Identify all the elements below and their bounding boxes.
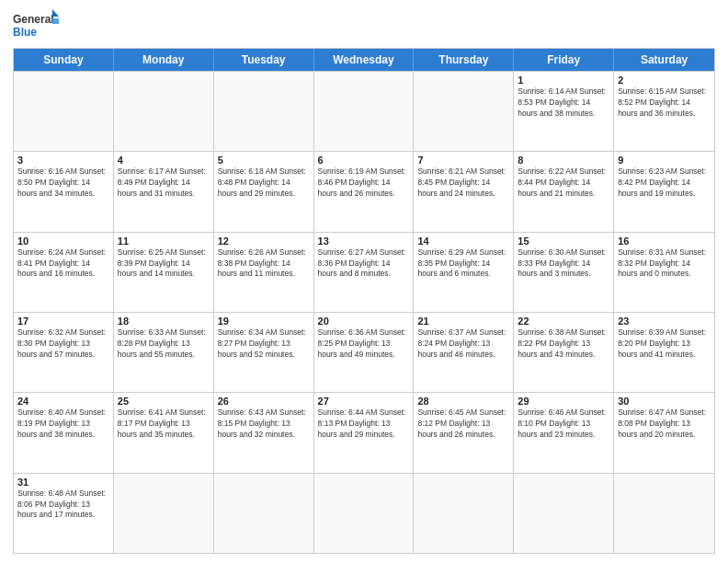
day-cell-empty <box>314 474 415 553</box>
day-cell-empty <box>114 474 214 553</box>
day-cell-empty <box>214 474 314 553</box>
day-cell-20: 20Sunrise: 6:36 AM Sunset: 8:25 PM Dayli… <box>314 313 415 392</box>
day-cell-12: 12Sunrise: 6:26 AM Sunset: 8:38 PM Dayli… <box>214 233 314 312</box>
day-cell-empty <box>414 72 514 151</box>
day-info: Sunrise: 6:46 AM Sunset: 8:10 PM Dayligh… <box>518 408 609 441</box>
day-cell-25: 25Sunrise: 6:41 AM Sunset: 8:17 PM Dayli… <box>114 393 214 472</box>
day-cell-13: 13Sunrise: 6:27 AM Sunset: 8:36 PM Dayli… <box>314 233 415 312</box>
day-cell-2: 2Sunrise: 6:15 AM Sunset: 8:52 PM Daylig… <box>614 72 714 151</box>
day-number: 1 <box>518 75 609 86</box>
calendar-week-4: 24Sunrise: 6:40 AM Sunset: 8:19 PM Dayli… <box>14 392 714 472</box>
day-info: Sunrise: 6:17 AM Sunset: 8:49 PM Dayligh… <box>118 167 210 200</box>
day-cell-22: 22Sunrise: 6:38 AM Sunset: 8:22 PM Dayli… <box>514 313 614 392</box>
day-number: 3 <box>17 155 109 166</box>
day-cell-18: 18Sunrise: 6:33 AM Sunset: 8:28 PM Dayli… <box>114 313 214 392</box>
day-info: Sunrise: 6:39 AM Sunset: 8:20 PM Dayligh… <box>618 327 711 361</box>
calendar-header-row: SundayMondayTuesdayWednesdayThursdayFrid… <box>14 49 714 71</box>
day-header-monday: Monday <box>114 49 214 71</box>
day-info: Sunrise: 6:48 AM Sunset: 8:06 PM Dayligh… <box>17 488 109 522</box>
logo-svg: General Blue <box>13 9 59 42</box>
day-info: Sunrise: 6:32 AM Sunset: 8:30 PM Dayligh… <box>17 327 109 361</box>
day-header-wednesday: Wednesday <box>314 49 415 71</box>
calendar-week-5: 31Sunrise: 6:48 AM Sunset: 8:06 PM Dayli… <box>14 473 714 553</box>
day-number: 19 <box>218 316 310 327</box>
day-cell-23: 23Sunrise: 6:39 AM Sunset: 8:20 PM Dayli… <box>614 313 714 392</box>
day-cell-5: 5Sunrise: 6:18 AM Sunset: 8:48 PM Daylig… <box>214 152 314 231</box>
day-info: Sunrise: 6:24 AM Sunset: 8:41 PM Dayligh… <box>17 247 109 281</box>
day-info: Sunrise: 6:47 AM Sunset: 8:08 PM Dayligh… <box>618 408 711 441</box>
day-number: 18 <box>118 316 210 327</box>
day-cell-1: 1Sunrise: 6:14 AM Sunset: 8:53 PM Daylig… <box>514 72 614 151</box>
day-info: Sunrise: 6:40 AM Sunset: 8:19 PM Dayligh… <box>17 408 109 441</box>
day-header-tuesday: Tuesday <box>214 49 314 71</box>
day-cell-17: 17Sunrise: 6:32 AM Sunset: 8:30 PM Dayli… <box>14 313 114 392</box>
day-info: Sunrise: 6:19 AM Sunset: 8:46 PM Dayligh… <box>318 167 410 200</box>
day-number: 30 <box>618 396 711 407</box>
calendar: SundayMondayTuesdayWednesdayThursdayFrid… <box>13 48 715 554</box>
day-info: Sunrise: 6:14 AM Sunset: 8:53 PM Dayligh… <box>518 86 609 120</box>
day-number: 13 <box>318 236 410 247</box>
day-number: 17 <box>17 316 109 327</box>
day-header-friday: Friday <box>514 49 614 71</box>
day-number: 26 <box>218 396 310 407</box>
day-info: Sunrise: 6:36 AM Sunset: 8:25 PM Dayligh… <box>318 327 410 361</box>
day-cell-24: 24Sunrise: 6:40 AM Sunset: 8:19 PM Dayli… <box>14 393 114 472</box>
day-info: Sunrise: 6:21 AM Sunset: 8:45 PM Dayligh… <box>417 167 509 200</box>
day-number: 9 <box>618 155 711 166</box>
day-cell-28: 28Sunrise: 6:45 AM Sunset: 8:12 PM Dayli… <box>414 393 514 472</box>
svg-marker-2 <box>52 9 59 17</box>
day-cell-empty <box>114 72 214 151</box>
day-info: Sunrise: 6:41 AM Sunset: 8:17 PM Dayligh… <box>118 408 210 441</box>
day-number: 2 <box>618 75 711 86</box>
day-number: 11 <box>118 236 210 247</box>
day-header-thursday: Thursday <box>414 49 514 71</box>
day-info: Sunrise: 6:31 AM Sunset: 8:32 PM Dayligh… <box>618 247 711 281</box>
day-header-saturday: Saturday <box>614 49 714 71</box>
day-info: Sunrise: 6:18 AM Sunset: 8:48 PM Dayligh… <box>218 167 310 200</box>
day-cell-empty <box>214 72 314 151</box>
day-number: 28 <box>417 396 509 407</box>
day-number: 25 <box>118 396 210 407</box>
day-number: 7 <box>417 155 509 166</box>
day-number: 24 <box>17 396 109 407</box>
svg-rect-3 <box>52 18 59 24</box>
day-number: 29 <box>518 396 609 407</box>
day-cell-empty <box>514 474 614 553</box>
day-cell-15: 15Sunrise: 6:30 AM Sunset: 8:33 PM Dayli… <box>514 233 614 312</box>
day-number: 14 <box>417 236 509 247</box>
day-number: 23 <box>618 316 711 327</box>
day-number: 20 <box>318 316 410 327</box>
day-cell-14: 14Sunrise: 6:29 AM Sunset: 8:35 PM Dayli… <box>414 233 514 312</box>
day-cell-7: 7Sunrise: 6:21 AM Sunset: 8:45 PM Daylig… <box>414 152 514 231</box>
day-number: 22 <box>518 316 609 327</box>
calendar-week-3: 17Sunrise: 6:32 AM Sunset: 8:30 PM Dayli… <box>14 312 714 392</box>
day-cell-4: 4Sunrise: 6:17 AM Sunset: 8:49 PM Daylig… <box>114 152 214 231</box>
day-cell-empty <box>614 474 714 553</box>
day-cell-31: 31Sunrise: 6:48 AM Sunset: 8:06 PM Dayli… <box>14 474 114 553</box>
day-info: Sunrise: 6:22 AM Sunset: 8:44 PM Dayligh… <box>518 167 609 200</box>
day-info: Sunrise: 6:44 AM Sunset: 8:13 PM Dayligh… <box>318 408 410 441</box>
day-cell-3: 3Sunrise: 6:16 AM Sunset: 8:50 PM Daylig… <box>14 152 114 231</box>
day-info: Sunrise: 6:37 AM Sunset: 8:24 PM Dayligh… <box>417 327 509 361</box>
day-number: 8 <box>518 155 609 166</box>
calendar-week-0: 1Sunrise: 6:14 AM Sunset: 8:53 PM Daylig… <box>14 71 714 151</box>
day-cell-empty <box>414 474 514 553</box>
day-info: Sunrise: 6:23 AM Sunset: 8:42 PM Dayligh… <box>618 167 711 200</box>
day-number: 21 <box>417 316 509 327</box>
svg-text:General: General <box>13 13 54 26</box>
day-info: Sunrise: 6:45 AM Sunset: 8:12 PM Dayligh… <box>417 408 509 441</box>
day-cell-10: 10Sunrise: 6:24 AM Sunset: 8:41 PM Dayli… <box>14 233 114 312</box>
day-number: 10 <box>17 236 109 247</box>
day-cell-27: 27Sunrise: 6:44 AM Sunset: 8:13 PM Dayli… <box>314 393 415 472</box>
day-cell-29: 29Sunrise: 6:46 AM Sunset: 8:10 PM Dayli… <box>514 393 614 472</box>
day-info: Sunrise: 6:16 AM Sunset: 8:50 PM Dayligh… <box>17 167 109 200</box>
day-number: 27 <box>318 396 410 407</box>
day-info: Sunrise: 6:29 AM Sunset: 8:35 PM Dayligh… <box>417 247 509 281</box>
day-cell-26: 26Sunrise: 6:43 AM Sunset: 8:15 PM Dayli… <box>214 393 314 472</box>
day-cell-9: 9Sunrise: 6:23 AM Sunset: 8:42 PM Daylig… <box>614 152 714 231</box>
day-cell-30: 30Sunrise: 6:47 AM Sunset: 8:08 PM Dayli… <box>614 393 714 472</box>
day-number: 16 <box>618 236 711 247</box>
day-info: Sunrise: 6:33 AM Sunset: 8:28 PM Dayligh… <box>118 327 210 361</box>
svg-text:Blue: Blue <box>13 26 37 39</box>
day-number: 5 <box>218 155 310 166</box>
